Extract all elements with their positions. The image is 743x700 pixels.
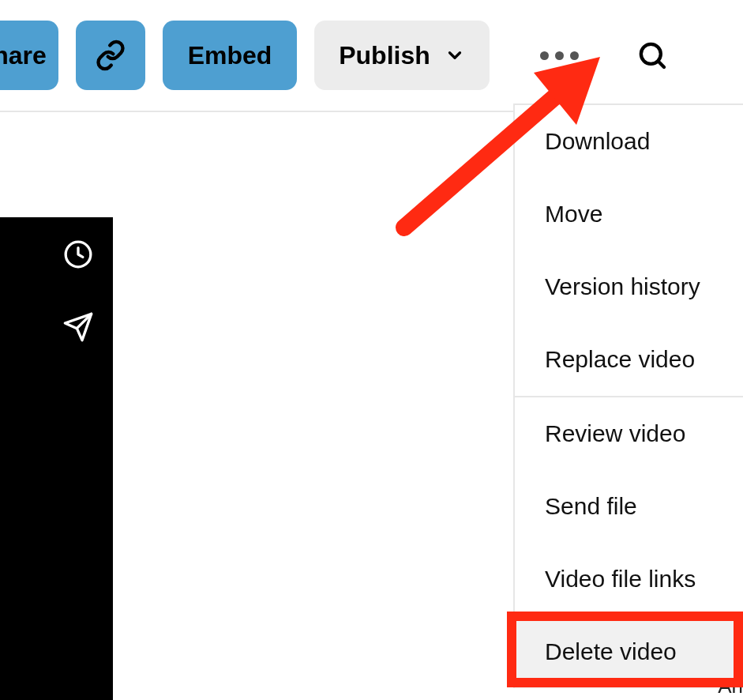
toolbar: hare Embed Publish — [0, 0, 743, 112]
video-preview-actions — [62, 239, 94, 343]
chevron-down-icon — [445, 45, 465, 66]
ellipsis-icon — [540, 51, 579, 60]
menu-item-label: Video file links — [545, 566, 696, 592]
menu-item-send-file[interactable]: Send file — [515, 470, 743, 543]
menu-item-label: Version history — [545, 273, 700, 299]
search-icon — [636, 40, 668, 71]
publish-button-label: Publish — [339, 41, 430, 70]
menu-item-label: Download — [545, 128, 650, 154]
menu-section-2: Review video Send file Video file links … — [515, 397, 743, 688]
menu-item-label: Move — [545, 201, 602, 227]
menu-item-label: Review video — [545, 420, 685, 446]
video-preview — [0, 217, 113, 700]
share-button[interactable]: hare — [0, 21, 58, 90]
menu-item-delete-video[interactable]: Delete video — [515, 615, 743, 688]
embed-button-label: Embed — [188, 41, 272, 70]
send-icon — [62, 311, 94, 343]
share-button-label: hare — [0, 41, 47, 70]
watch-later-button[interactable] — [62, 239, 94, 270]
svg-line-1 — [658, 61, 664, 67]
menu-item-label: Delete video — [545, 638, 677, 664]
copy-link-button[interactable] — [76, 21, 145, 90]
menu-section-1: Download Move Version history Replace vi… — [515, 105, 743, 397]
menu-item-version-history[interactable]: Version history — [515, 250, 743, 323]
send-button[interactable] — [62, 311, 94, 343]
cutoff-text: An — [718, 671, 743, 700]
more-options-button[interactable] — [531, 27, 587, 84]
clock-icon — [62, 239, 94, 270]
publish-button[interactable]: Publish — [314, 21, 490, 90]
menu-item-label: Replace video — [545, 346, 695, 372]
menu-item-video-file-links[interactable]: Video file links — [515, 543, 743, 615]
menu-item-replace-video[interactable]: Replace video — [515, 323, 743, 396]
link-icon — [95, 40, 126, 71]
more-options-menu: Download Move Version history Replace vi… — [513, 103, 743, 688]
menu-item-review-video[interactable]: Review video — [515, 397, 743, 470]
embed-button[interactable]: Embed — [163, 21, 297, 90]
menu-item-label: Send file — [545, 493, 637, 519]
menu-item-move[interactable]: Move — [515, 178, 743, 250]
search-button[interactable] — [624, 27, 681, 84]
menu-item-download[interactable]: Download — [515, 105, 743, 178]
